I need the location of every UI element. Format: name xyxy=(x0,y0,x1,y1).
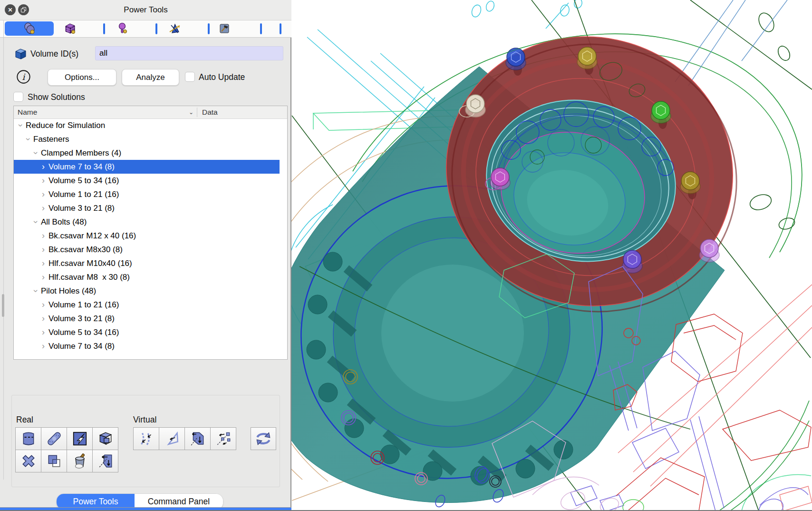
composite-curves-icon xyxy=(138,431,155,447)
wireframe-steel-blue xyxy=(675,0,787,86)
tree-row[interactable]: › Volume 5 to 34 (16) xyxy=(14,174,280,187)
collapse-angle-icon xyxy=(164,431,180,447)
tab-separator xyxy=(260,23,262,34)
row-chevron-icon[interactable]: › xyxy=(39,201,47,215)
fea-tab-icon xyxy=(168,22,182,35)
clean-button[interactable] xyxy=(67,450,93,472)
tree-row-label: Volume 5 to 34 (16) xyxy=(48,328,119,337)
virtual-group-label: Virtual xyxy=(133,415,156,425)
row-chevron-icon[interactable]: › xyxy=(39,325,47,339)
entities-tab-icon xyxy=(116,22,129,35)
row-chevron-icon[interactable]: › xyxy=(39,229,47,243)
refresh-button[interactable] xyxy=(251,427,276,450)
tree-row[interactable]: › Pilot Holes (48) xyxy=(14,284,280,298)
tab-diagnostics[interactable] xyxy=(215,21,234,36)
column-header-name[interactable]: Name xyxy=(18,106,37,118)
tree-row[interactable]: › Clamped Members (4) xyxy=(14,146,280,160)
show-solutions-checkbox[interactable] xyxy=(13,92,23,102)
collapse-surface-icon xyxy=(190,431,206,447)
tree-row[interactable]: › All Bolts (48) xyxy=(14,215,280,229)
row-chevron-icon[interactable]: › xyxy=(39,312,47,325)
tweak-remove-button[interactable] xyxy=(15,427,41,450)
tab-separator xyxy=(280,23,281,34)
tree-row-label: Hlf.csavar M8 x 30 (8) xyxy=(48,273,130,282)
tree-row-label: Hlf.csavar M10x40 (16) xyxy=(48,259,132,268)
info-icon[interactable]: i xyxy=(16,69,31,84)
merge-button[interactable] xyxy=(41,450,67,472)
panel-gutter xyxy=(3,20,4,480)
row-chevron-icon[interactable]: › xyxy=(29,149,43,157)
tree-row-label: All Bolts (48) xyxy=(41,217,87,227)
row-chevron-icon[interactable]: › xyxy=(39,174,47,187)
tab-entities[interactable] xyxy=(113,21,132,36)
tab-fea[interactable] xyxy=(165,21,184,36)
tree-row[interactable]: › Bk.csavar M12 x 40 (16) xyxy=(14,229,280,243)
extract-button[interactable] xyxy=(92,450,118,472)
row-chevron-icon[interactable]: › xyxy=(39,256,47,270)
column-divider[interactable] xyxy=(197,108,197,117)
tree-row[interactable]: › Volume 7 to 34 (8) xyxy=(14,160,280,174)
row-chevron-icon[interactable]: › xyxy=(14,122,28,129)
tab-mesh[interactable] xyxy=(60,21,79,36)
merge-squares-icon xyxy=(46,453,62,469)
volume-ids-input[interactable]: all xyxy=(95,46,283,60)
close-button[interactable]: ✕ xyxy=(5,4,16,15)
tree-row-label: Bk.csavar M8x30 (8) xyxy=(48,245,123,255)
auto-update-label: Auto Update xyxy=(199,72,245,82)
tree-row-label: Volume 7 to 34 (8) xyxy=(48,162,115,172)
remove-virtual-icon xyxy=(215,431,232,447)
tree-row[interactable]: › Hlf.csavar M8 x 30 (8) xyxy=(14,270,280,284)
delete-x-icon xyxy=(20,453,37,469)
sort-chevron-icon[interactable]: ⌄ xyxy=(189,106,193,118)
collapse-surface-button[interactable] xyxy=(184,427,211,450)
power-tools-tab-strip xyxy=(0,20,291,38)
column-header-data[interactable]: Data xyxy=(202,106,218,118)
blend-icon xyxy=(46,431,62,447)
row-chevron-icon[interactable]: › xyxy=(39,160,47,174)
panel-drag-handle[interactable] xyxy=(2,294,4,317)
row-chevron-icon[interactable]: › xyxy=(39,339,47,353)
remove-surface-button[interactable] xyxy=(67,427,93,450)
graphics-viewport[interactable] xyxy=(291,0,812,511)
blend-button[interactable] xyxy=(41,427,67,450)
paint-bucket-icon xyxy=(72,453,88,469)
tree-row[interactable]: › Fasteners xyxy=(14,132,280,146)
undock-icon xyxy=(21,7,26,12)
tree-row-label: Volume 7 to 34 (8) xyxy=(48,342,115,351)
analyze-button[interactable]: Analyze xyxy=(122,69,179,86)
row-chevron-icon[interactable]: › xyxy=(39,187,47,201)
tab-geometry[interactable] xyxy=(5,21,54,36)
tree-row[interactable]: › Bk.csavar M8x30 (8) xyxy=(14,243,280,256)
options-button[interactable]: Options... xyxy=(48,69,116,86)
tree-row[interactable]: › Hlf.csavar M10x40 (16) xyxy=(14,256,280,270)
viewport-3d-scene xyxy=(291,0,812,511)
delete-button[interactable] xyxy=(15,450,41,472)
auto-update-checkbox[interactable] xyxy=(185,72,195,82)
row-chevron-icon[interactable]: › xyxy=(29,218,43,226)
svg-text:i: i xyxy=(22,72,26,82)
volume-ids-label: Volume ID(s) xyxy=(30,49,78,59)
tree-row[interactable]: › Volume 3 to 21 (8) xyxy=(14,201,280,215)
tree-row[interactable]: › Reduce for Simulation xyxy=(14,118,280,132)
remove-virtual-button[interactable] xyxy=(210,427,236,450)
undock-button[interactable] xyxy=(18,4,29,15)
row-chevron-icon[interactable]: › xyxy=(21,136,35,143)
collapse-angle-button[interactable] xyxy=(159,427,185,450)
row-chevron-icon[interactable]: › xyxy=(39,243,47,256)
tree-row[interactable]: › Volume 1 to 21 (16) xyxy=(14,298,280,312)
extract-arrow-icon xyxy=(97,453,114,469)
row-chevron-icon[interactable]: › xyxy=(39,270,47,284)
remove-cube-face-button[interactable] xyxy=(92,427,118,450)
row-chevron-icon[interactable]: › xyxy=(39,298,47,312)
composite-curves-button[interactable] xyxy=(133,427,159,450)
volume-cube-icon xyxy=(14,48,27,60)
tab-separator xyxy=(103,23,105,34)
tree-row[interactable]: › Volume 7 to 34 (8) xyxy=(14,339,280,353)
row-chevron-icon[interactable]: › xyxy=(29,287,43,295)
tree-row[interactable]: › Volume 5 to 34 (16) xyxy=(14,325,280,339)
virtual-toolbar-row xyxy=(133,427,236,450)
tree-row-label: Volume 1 to 21 (16) xyxy=(48,300,119,310)
close-icon: ✕ xyxy=(8,7,12,13)
tree-row[interactable]: › Volume 1 to 21 (16) xyxy=(14,187,280,201)
tree-row[interactable]: › Volume 3 to 21 (8) xyxy=(14,312,280,325)
